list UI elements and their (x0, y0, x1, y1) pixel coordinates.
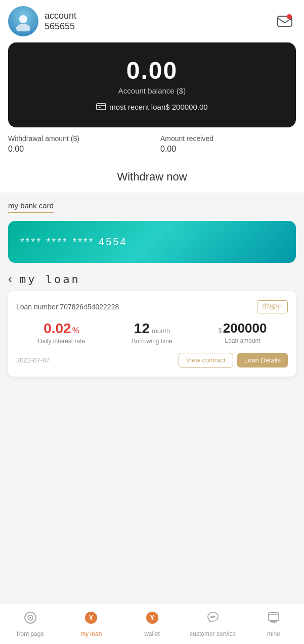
svg-rect-15 (270, 621, 277, 622)
mine-icon (267, 611, 281, 628)
withdraw-section[interactable]: Withdraw now (0, 161, 304, 193)
loan-amount-symbol: $ (219, 327, 222, 334)
withdrawal-label: Withdrawal amount ($) (8, 134, 144, 143)
loan-amount-value: 200000 (223, 320, 267, 336)
nav-mine-label: mine (267, 630, 280, 637)
bank-card[interactable]: **** **** **** 4554 (8, 221, 296, 263)
content-spacer (0, 385, 304, 486)
loan-card: Loan number:707826454022228 审核中 0.02 % D… (8, 291, 296, 377)
wallet-icon: ¥ (145, 611, 159, 628)
svg-point-0 (19, 15, 27, 23)
interest-rate-unit: % (72, 326, 79, 335)
interest-rate-value-row: 0.02 % (16, 320, 107, 337)
loan-footer: 2022-07-07 View contract Loan Details (16, 353, 288, 367)
my-loan-title: my loan (19, 273, 80, 286)
status-badge: 审核中 (257, 300, 288, 313)
svg-text:¥: ¥ (150, 614, 154, 622)
bank-section: my bank card **** **** **** 4554 (0, 193, 304, 263)
loan-number: Loan number:707826454022228 (16, 303, 119, 311)
loan-amount-stat: $ 200000 Loan amount (197, 320, 288, 344)
interest-rate-label: Daily interest rate (16, 338, 107, 345)
loan-amount-row: $ 200000 (197, 320, 288, 336)
interest-rate-stat: 0.02 % Daily interest rate (16, 320, 107, 345)
svg-point-1 (16, 24, 30, 31)
nav-front-page-label: front page (17, 630, 44, 637)
my-loan-icon: ¥ (84, 611, 98, 628)
view-contract-button[interactable]: View contract (179, 353, 233, 367)
stats-row: Withdrawal amount ($) 0.00 Amount receiv… (0, 127, 304, 161)
account-number: 565655 (45, 21, 76, 32)
svg-point-9 (29, 617, 31, 619)
nav-wallet[interactable]: ¥ wallet (121, 604, 182, 644)
bank-card-number: **** **** **** 4554 (20, 236, 127, 247)
loan-amount-label: Loan amount (197, 337, 288, 344)
loan-date: 2022-07-07 (16, 356, 50, 364)
front-page-icon (23, 611, 37, 628)
account-label: account (45, 11, 76, 21)
borrowing-value-row: 12 month (107, 320, 197, 337)
header: account 565655 (0, 0, 304, 42)
nav-my-loan[interactable]: ¥ my loan (61, 604, 121, 644)
received-value: 0.00 (160, 145, 296, 154)
nav-front-page[interactable]: front page (0, 604, 61, 644)
borrowing-stat: 12 month Borrowing time (107, 320, 197, 345)
borrowing-label: Borrowing time (107, 338, 197, 345)
my-loan-header: ‹ my loan (0, 263, 304, 291)
loan-details-button[interactable]: Loan Details (237, 353, 288, 367)
received-stat: Amount received 0.00 (152, 127, 304, 161)
balance-card: 0.00 Account balance ($) most recent loa… (8, 42, 296, 127)
nav-mine[interactable]: mine (243, 604, 304, 644)
bank-card-label: my bank card (8, 201, 54, 213)
loan-stats: 0.02 % Daily interest rate 12 month Borr… (16, 320, 288, 345)
balance-amount: 0.00 (18, 57, 286, 84)
recent-loan: most recent loan$ 200000.00 (18, 102, 286, 111)
svg-rect-3 (287, 14, 292, 19)
loan-number-label: Loan number: (16, 303, 60, 311)
loan-card-header: Loan number:707826454022228 审核中 (16, 300, 288, 313)
balance-label: Account balance ($) (18, 86, 286, 95)
svg-rect-14 (269, 613, 279, 621)
borrowing-unit: month (152, 327, 170, 335)
avatar (8, 6, 38, 36)
back-arrow[interactable]: ‹ (8, 272, 12, 286)
interest-rate-value: 0.02 (44, 320, 71, 337)
loan-buttons: View contract Loan Details (179, 353, 288, 367)
bottom-nav: front page ¥ my loan ¥ wallet customer s… (0, 604, 304, 644)
message-icon[interactable] (274, 10, 296, 32)
svg-text:¥: ¥ (89, 614, 93, 622)
withdraw-title: Withdraw now (117, 170, 187, 183)
nav-customer-service[interactable]: customer service (183, 604, 243, 644)
header-left: account 565655 (8, 6, 76, 36)
nav-customer-service-label: customer service (190, 630, 236, 637)
withdrawal-stat: Withdrawal amount ($) 0.00 (0, 127, 152, 161)
account-info: account 565655 (45, 11, 76, 32)
nav-my-loan-label: my loan (80, 630, 102, 637)
received-label: Amount received (160, 134, 296, 143)
customer-service-icon (206, 611, 220, 628)
recent-loan-text: most recent loan$ 200000.00 (109, 103, 207, 111)
borrowing-value: 12 (134, 320, 150, 337)
nav-wallet-label: wallet (144, 630, 160, 637)
svg-rect-4 (97, 104, 106, 110)
loan-number-value: 707826454022228 (60, 303, 119, 311)
withdrawal-value: 0.00 (8, 145, 144, 154)
